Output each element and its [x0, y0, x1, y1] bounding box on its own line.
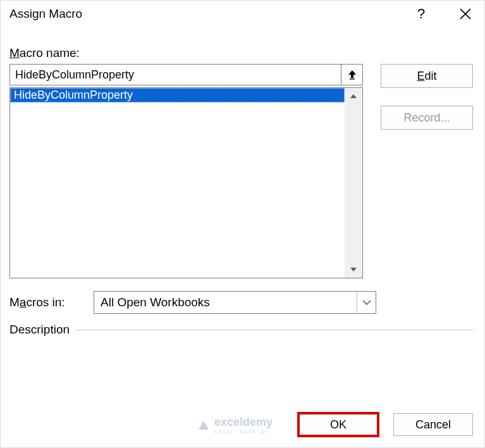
- cancel-button[interactable]: Cancel: [393, 413, 473, 436]
- close-button[interactable]: [453, 3, 478, 25]
- scrollbar[interactable]: [345, 88, 362, 278]
- close-icon: [460, 8, 471, 20]
- scroll-down-button[interactable]: [345, 261, 362, 278]
- divider: [76, 330, 473, 330]
- watermark-tagline: EXCEL · DATA · BI: [214, 429, 273, 435]
- titlebar: Assign Macro ?: [1, 1, 484, 27]
- macro-name-input[interactable]: [9, 64, 341, 85]
- select-value: All Open Workbooks: [94, 296, 357, 309]
- dialog-title: Assign Macro: [9, 7, 408, 21]
- description-label: Description: [9, 323, 70, 337]
- chevron-down-icon: [357, 292, 376, 313]
- help-button[interactable]: ?: [408, 3, 434, 25]
- up-arrow-icon: [348, 70, 357, 80]
- macro-listbox[interactable]: HideByColumnProperty: [9, 87, 363, 278]
- ok-button[interactable]: OK: [298, 413, 378, 436]
- macros-in-label: Macros in:: [9, 296, 82, 309]
- svg-rect-2: [350, 78, 355, 80]
- run-macro-button[interactable]: [341, 64, 363, 85]
- edit-button[interactable]: Edit: [381, 64, 473, 88]
- watermark: exceldemy EXCEL · DATA · BI: [197, 416, 273, 435]
- record-button: Record...: [381, 106, 473, 130]
- macro-name-label: Macro name:: [9, 46, 473, 60]
- macros-in-select[interactable]: All Open Workbooks: [94, 291, 376, 314]
- list-item[interactable]: HideByColumnProperty: [10, 88, 345, 103]
- watermark-icon: [197, 418, 211, 432]
- scroll-up-button[interactable]: [345, 88, 362, 104]
- window-buttons: ?: [408, 3, 478, 25]
- watermark-brand: exceldemy: [214, 416, 273, 428]
